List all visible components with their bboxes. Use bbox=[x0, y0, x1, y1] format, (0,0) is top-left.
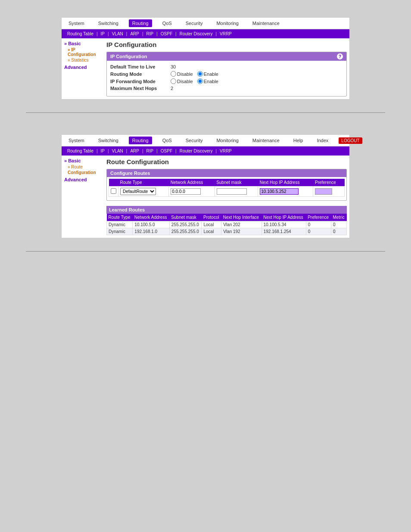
sub-ospf-2[interactable]: OSPF bbox=[159, 148, 174, 154]
nav-maintenance-1[interactable]: Maintenance bbox=[249, 19, 283, 27]
sidebar-basic-2[interactable]: » Basic bbox=[64, 158, 103, 163]
config-box-1: IP Configuration ? Default Time to Live … bbox=[106, 52, 347, 96]
lth-network-address: Network Address bbox=[133, 214, 170, 221]
nav-qos-2[interactable]: QoS bbox=[159, 137, 175, 144]
th-network-address: Network Address bbox=[169, 179, 215, 187]
sub-nav-2: Routing Table | IP | VLAN | ARP | RIP | … bbox=[62, 146, 349, 156]
lr2-next-hop-interface: Vlan 192 bbox=[221, 228, 262, 235]
nav-switching-2[interactable]: Switching bbox=[95, 137, 122, 144]
lr1-next-hop-ip: 10.100.5.34 bbox=[262, 221, 306, 228]
nav-index-2[interactable]: Index bbox=[313, 137, 332, 144]
row-checkbox-cell bbox=[109, 187, 118, 197]
sub-rip-2[interactable]: RIP bbox=[144, 148, 156, 154]
top-nav-1: System Switching Routing QoS Security Mo… bbox=[62, 18, 349, 29]
nav-qos-1[interactable]: QoS bbox=[159, 19, 175, 27]
learned-routes-section: Learned Routes Route Type Network Addres… bbox=[106, 203, 347, 235]
routing-disable-radio[interactable] bbox=[171, 71, 176, 77]
content-area-2: » Basic » Route Configuration Advanced R… bbox=[62, 156, 349, 238]
sub-rip-1[interactable]: RIP bbox=[144, 31, 156, 37]
divider-1 bbox=[26, 112, 385, 113]
row-max-next-hops: Maximum Next Hops 2 bbox=[110, 86, 343, 91]
sub-routing-table-1[interactable]: Routing Table bbox=[65, 31, 96, 37]
sub-ospf-1[interactable]: OSPF bbox=[159, 31, 174, 37]
routing-mode-radios: Disable Enable bbox=[171, 71, 218, 77]
nav-system-1[interactable]: System bbox=[65, 19, 88, 27]
nav-maintenance-2[interactable]: Maintenance bbox=[249, 137, 283, 144]
route-checkbox[interactable] bbox=[111, 188, 116, 194]
lr2-protocol: Local bbox=[202, 228, 221, 235]
sidebar-advanced-2[interactable]: Advanced bbox=[64, 177, 103, 182]
page-title-1: IP Configuration bbox=[106, 41, 347, 48]
forwarding-enable-radio[interactable] bbox=[197, 78, 203, 84]
panel-2: System Switching Routing QoS Security Mo… bbox=[61, 134, 350, 238]
sub-arp-2[interactable]: ARP bbox=[128, 148, 141, 154]
th-preference: Preference bbox=[313, 179, 345, 187]
network-address-input[interactable] bbox=[171, 188, 201, 195]
nav-security-1[interactable]: Security bbox=[182, 19, 206, 27]
sidebar-statistics[interactable]: » Statistics bbox=[64, 57, 103, 63]
value-ttl: 30 bbox=[171, 64, 176, 69]
forwarding-disable-option[interactable]: Disable bbox=[171, 78, 193, 84]
sub-router-discovery-1[interactable]: Router Discovery bbox=[177, 31, 215, 37]
nav-monitoring-2[interactable]: Monitoring bbox=[213, 137, 242, 144]
nav-security-2[interactable]: Security bbox=[182, 137, 206, 144]
divider-2 bbox=[26, 251, 385, 252]
sidebar-basic-1[interactable]: » Basic bbox=[64, 41, 103, 46]
learned-route-row-2: Dynamic 192.168.1.0 255.255.255.0 Local … bbox=[107, 228, 347, 235]
nav-system-2[interactable]: System bbox=[65, 137, 88, 144]
learned-routes-header: Learned Routes bbox=[106, 206, 347, 214]
configure-routes-body: Route Type Network Address Subnet mask N… bbox=[107, 177, 346, 200]
route-type-select[interactable]: DefaultRoute Static bbox=[120, 188, 156, 195]
sub-vlan-1[interactable]: VLAN bbox=[110, 31, 125, 37]
value-max-next-hops: 2 bbox=[171, 86, 173, 91]
label-ip-forwarding: IP Forwarding Mode bbox=[110, 79, 171, 84]
sub-vlan-2[interactable]: VLAN bbox=[110, 148, 125, 154]
sub-arp-1[interactable]: ARP bbox=[128, 31, 141, 37]
sidebar-route-link[interactable]: » Route bbox=[64, 164, 103, 170]
logout-button[interactable]: LOGOUT bbox=[339, 137, 362, 144]
sidebar-advanced-1[interactable]: Advanced bbox=[64, 65, 103, 70]
learned-route-row-1: Dynamic 10.100.5.0 255.255.255.0 Local V… bbox=[107, 221, 347, 228]
preference-input[interactable] bbox=[315, 188, 332, 195]
lth-subnet-mask: Subnet mask bbox=[169, 214, 202, 221]
configure-routes-title: Configure Routes bbox=[110, 171, 150, 176]
th-checkbox bbox=[109, 179, 118, 187]
sub-vrrp-2[interactable]: VRRP bbox=[218, 148, 234, 154]
sidebar-2: » Basic » Route Configuration Advanced bbox=[64, 158, 103, 235]
sub-nav-1: Routing Table | IP | VLAN | ARP | RIP | … bbox=[62, 29, 349, 38]
nav-routing-1[interactable]: Routing bbox=[129, 19, 152, 27]
lth-preference: Preference bbox=[306, 214, 331, 221]
config-box-title-1: IP Configuration bbox=[110, 54, 147, 59]
sub-ip-1[interactable]: IP bbox=[99, 31, 107, 37]
nav-routing-2[interactable]: Routing bbox=[129, 137, 152, 144]
routing-enable-option[interactable]: Enable bbox=[197, 71, 218, 77]
next-hop-ip-input[interactable] bbox=[260, 188, 299, 195]
subnet-mask-cell bbox=[215, 187, 258, 197]
nav-monitoring-1[interactable]: Monitoring bbox=[213, 19, 242, 27]
lth-next-hop-ip: Next Hop IP Address bbox=[262, 214, 306, 221]
row-ttl: Default Time to Live 30 bbox=[110, 64, 343, 69]
sidebar-configuration-link[interactable]: Configuration bbox=[64, 170, 103, 175]
sidebar-ip-config[interactable]: » IP Configuration bbox=[64, 47, 103, 57]
routing-disable-option[interactable]: Disable bbox=[171, 71, 193, 77]
subnet-mask-input[interactable] bbox=[217, 188, 247, 195]
config-box-body-1: Default Time to Live 30 Routing Mode Dis… bbox=[107, 61, 346, 96]
help-icon-1[interactable]: ? bbox=[337, 53, 343, 59]
main-content-2: Route Configuration Configure Routes Rou… bbox=[106, 158, 347, 235]
nav-switching-1[interactable]: Switching bbox=[95, 19, 122, 27]
lr1-metric: 0 bbox=[331, 221, 346, 228]
sub-ip-2[interactable]: IP bbox=[99, 148, 107, 154]
sub-routing-table-2[interactable]: Routing Table bbox=[65, 148, 96, 154]
forwarding-enable-option[interactable]: Enable bbox=[197, 78, 218, 84]
forwarding-disable-radio[interactable] bbox=[171, 78, 176, 84]
sub-vrrp-1[interactable]: VRRP bbox=[218, 31, 234, 37]
routing-enable-radio[interactable] bbox=[197, 71, 203, 77]
lr2-subnet-mask: 255.255.255.0 bbox=[169, 228, 202, 235]
lth-metric: Metric bbox=[331, 214, 346, 221]
sub-router-discovery-2[interactable]: Router Discovery bbox=[177, 148, 215, 154]
top-nav-2: System Switching Routing QoS Security Mo… bbox=[62, 135, 349, 146]
label-max-next-hops: Maximum Next Hops bbox=[110, 86, 171, 91]
row-ip-forwarding: IP Forwarding Mode Disable Enable bbox=[110, 78, 343, 84]
lth-protocol: Protocol bbox=[202, 214, 221, 221]
nav-help-2[interactable]: Help bbox=[290, 137, 307, 144]
